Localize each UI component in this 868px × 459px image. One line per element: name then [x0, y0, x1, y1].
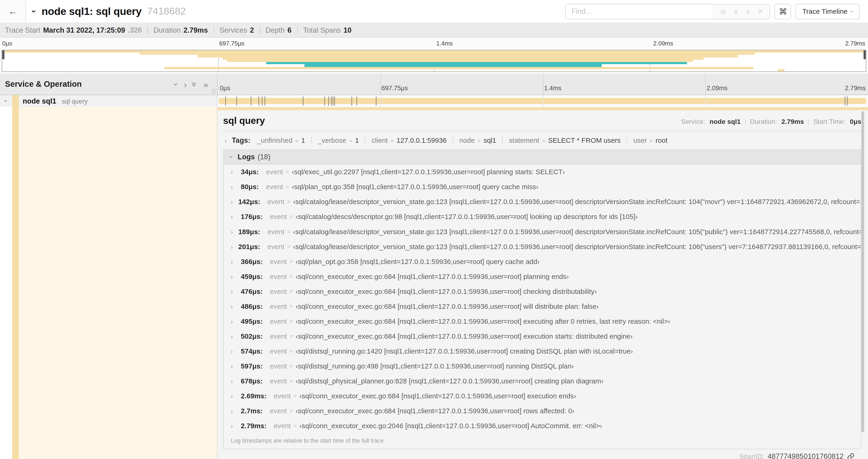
log-marker[interactable] [251, 96, 251, 106]
find-input[interactable] [566, 4, 713, 19]
log-field-value: ‹sql/catalog/descs/descriptor.go:98 [nsq… [296, 213, 638, 220]
log-equals: = [293, 393, 297, 399]
ruler-gridline [543, 74, 543, 95]
log-timestamp: 2.7ms: [241, 407, 263, 415]
span-duration-bar[interactable] [219, 98, 866, 104]
chevron-right-icon: › [231, 407, 235, 414]
log-row[interactable]: ›189μs:event=‹sql/catalog/lease/descript… [223, 224, 861, 239]
logs-list: ›34μs:event=‹sql/exec_util.go:2297 [nsql… [223, 164, 861, 433]
log-row[interactable]: ›678μs:event=‹sql/distsql_physical_plann… [223, 373, 861, 388]
expand-all-icon[interactable]: » [204, 80, 208, 88]
log-field-value: ‹sql/catalog/lease/descriptor_version_st… [293, 242, 861, 250]
ruler-gridline [380, 74, 380, 95]
log-marker[interactable] [225, 96, 226, 106]
vertical-scrollbar[interactable] [861, 111, 864, 432]
log-marker[interactable] [351, 96, 352, 106]
log-marker[interactable] [357, 96, 357, 106]
log-timestamp: 201μs: [238, 242, 260, 250]
log-equals: = [293, 423, 297, 429]
log-row[interactable]: ›34μs:event=‹sql/exec_util.go:2297 [nsql… [223, 164, 861, 179]
ruler-tick-label: 2.09ms [707, 85, 727, 91]
log-field-key: event [266, 183, 283, 191]
log-row[interactable]: ›495μs:event=‹sql/conn_executor_exec.go:… [223, 314, 861, 329]
column-resizer-handle[interactable]: || [212, 88, 216, 94]
minimap-tick-label: 0μs [2, 40, 12, 46]
log-marker[interactable] [324, 96, 325, 106]
log-equals: = [289, 214, 293, 220]
log-row[interactable]: ›597μs:event=‹sql/distsql_running.go:498… [223, 358, 861, 373]
log-marker[interactable] [847, 96, 847, 106]
tag-item: client=127.0.0.1:59936 [372, 136, 446, 144]
tag-equals: = [477, 138, 480, 144]
log-row[interactable]: ›486μs:event=‹sql/conn_executor_exec.go:… [223, 299, 861, 314]
log-marker[interactable] [335, 96, 335, 106]
tags-row[interactable]: › Tags: _unfinished=1_verbose=1client=12… [223, 136, 861, 144]
log-marker[interactable] [261, 96, 262, 106]
minimap-left-scrubber[interactable] [2, 51, 4, 59]
log-marker[interactable] [303, 96, 303, 106]
clear-search-icon[interactable]: ✕ [757, 8, 763, 14]
prev-result-icon[interactable]: ∧ [733, 8, 738, 14]
chevron-right-icon: › [231, 318, 235, 324]
expand-one-icon[interactable]: › [184, 80, 187, 88]
summary-label: Services [220, 26, 247, 35]
log-row[interactable]: ›574μs:event=‹sql/distsql_running.go:142… [223, 343, 861, 358]
log-row[interactable]: ›366μs:event=‹sql/plan_opt.go:358 [nsql1… [223, 254, 861, 269]
log-marker[interactable] [845, 96, 845, 106]
minimap-canvas[interactable] [2, 50, 866, 72]
log-equals: = [287, 243, 290, 250]
log-marker[interactable] [376, 96, 376, 106]
locate-icon[interactable]: ◎ [720, 8, 726, 14]
log-marker[interactable] [329, 96, 329, 106]
span-collapse-icon[interactable]: › [0, 98, 12, 104]
collapse-trace-icon[interactable]: › [30, 10, 39, 13]
log-field-value: ‹sql/conn_executor_exec.go:684 [nsql1,cl… [296, 302, 599, 310]
log-field-key: event [270, 302, 287, 310]
detail-header-row[interactable]: sql query Service: node sql1 Duration: 2… [223, 116, 861, 127]
collapse-one-icon[interactable]: › [173, 83, 181, 86]
view-selector-button[interactable]: Trace Timeline › [796, 3, 860, 19]
log-row[interactable]: ›2.7ms:event=‹sql/conn_executor_exec.go:… [223, 403, 861, 418]
timeline-minimap: 0μs697.75μs1.4ms2.09ms2.79ms [0, 38, 868, 73]
span-row-name-cell[interactable]: › node sql1 sql query [0, 95, 217, 107]
next-result-icon[interactable]: ∨ [745, 8, 750, 14]
log-equals: = [289, 318, 293, 324]
summary-label: Depth [266, 26, 285, 35]
log-field-value: ‹sql/conn_executor_exec.go:684 [nsql1,cl… [296, 287, 597, 295]
log-row[interactable]: ›476μs:event=‹sql/conn_executor_exec.go:… [223, 284, 861, 299]
log-row[interactable]: ›142μs:event=‹sql/catalog/lease/descript… [223, 194, 861, 209]
detail-left-gutter [0, 107, 217, 459]
log-row[interactable]: ›459μs:event=‹sql/conn_executor_exec.go:… [223, 269, 861, 284]
log-row[interactable]: ›201μs:event=‹sql/catalog/lease/descript… [223, 239, 861, 254]
log-marker[interactable] [265, 96, 265, 106]
ruler-tick-label: 697.75μs [381, 85, 408, 91]
trace-page: ← › node sql1: sql query 7418682 ◎∧∨✕ ⌘ … [0, 0, 868, 459]
detail-meta: Service: node sql1 Duration: 2.79ms Star… [681, 118, 861, 126]
log-field-key: event [270, 287, 287, 295]
log-row[interactable]: ›502μs:event=‹sql/conn_executor_exec.go:… [223, 329, 861, 343]
log-row[interactable]: ›2.69ms:event=‹sql/conn_executor_exec.go… [223, 388, 861, 403]
minimap-right-scrubber[interactable] [864, 51, 866, 59]
start-time-value: 0μs [850, 118, 861, 126]
collapse-all-icon[interactable]: » [191, 82, 199, 87]
log-row[interactable]: ›80μs:event=‹sql/plan_opt.go:358 [nsql1,… [223, 179, 861, 194]
keyboard-shortcuts-button[interactable]: ⌘ [775, 3, 791, 19]
divider [214, 27, 214, 34]
log-marker[interactable] [331, 96, 331, 106]
find-icons: ◎∧∨✕ [713, 4, 770, 19]
minimap-span-bar [305, 64, 601, 67]
deep-link-icon[interactable] [847, 452, 855, 459]
log-field-key: event [270, 347, 287, 355]
span-id-label: SpanID: [739, 452, 764, 459]
tags-list: _unfinished=1_verbose=1client=127.0.0.1:… [257, 136, 668, 144]
span-row-timeline-cell[interactable] [217, 95, 868, 107]
log-row[interactable]: ›176μs:event=‹sql/catalog/descs/descript… [223, 209, 861, 224]
logs-header[interactable]: › Logs (18) [223, 150, 861, 164]
chevron-down-icon: › [228, 156, 234, 158]
minimap-span-bar [267, 62, 687, 64]
log-marker[interactable] [258, 96, 259, 106]
log-row[interactable]: ›2.79ms:event=‹sql/conn_executor_exec.go… [223, 418, 861, 433]
log-marker[interactable] [236, 96, 237, 106]
back-button[interactable]: ← [0, 0, 26, 23]
log-marker[interactable] [333, 96, 334, 106]
